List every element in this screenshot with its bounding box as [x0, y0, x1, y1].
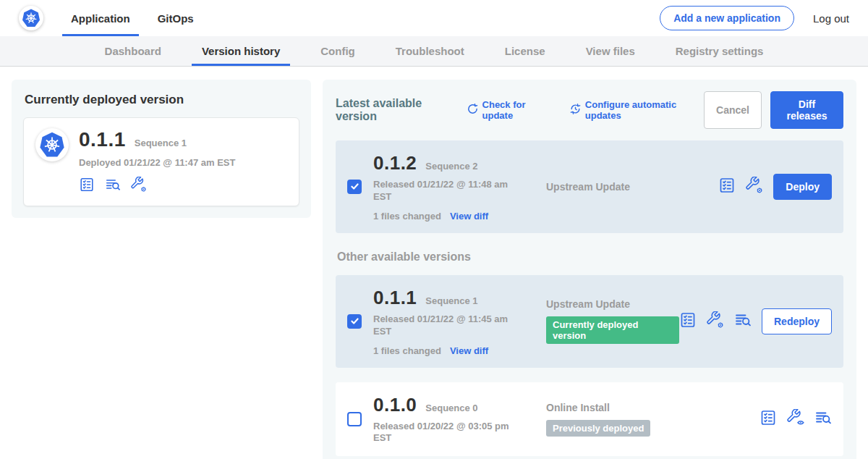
version-source: Upstream Update	[546, 298, 679, 310]
subnav-license[interactable]: License	[505, 36, 545, 66]
version-sequence: Sequence 0	[425, 403, 477, 413]
version-checkbox[interactable]	[347, 412, 362, 426]
refresh-icon	[467, 103, 479, 117]
currently-deployed-title: Currently deployed version	[25, 93, 299, 107]
preflight-checklist-icon[interactable]	[79, 177, 95, 195]
files-changed-label: 1 files changed	[373, 345, 441, 356]
version-row-0-1-2: 0.1.2 Sequence 2 Released 01/21/22 @ 11:…	[336, 140, 843, 233]
version-row-0-1-1: 0.1.1 Sequence 1 Released 01/21/22 @ 11:…	[336, 275, 843, 368]
top-nav: Application GitOps Add a new application…	[0, 0, 868, 36]
preflight-checklist-icon[interactable]	[760, 409, 777, 429]
app-sub-nav: Dashboard Version history Config Trouble…	[0, 36, 868, 67]
deploy-logs-icon[interactable]	[105, 177, 121, 195]
tab-gitops[interactable]: GitOps	[158, 0, 194, 36]
version-history-panel: Latest available version Check for updat…	[323, 80, 856, 459]
released-timestamp: Released 01/20/22 @ 03:05 pm EST	[373, 421, 522, 445]
version-source: Upstream Update	[546, 181, 718, 193]
version-number: 0.1.2	[373, 152, 417, 174]
version-number: 0.1.0	[373, 394, 417, 416]
diff-releases-button[interactable]: Diff releases	[770, 91, 843, 129]
kubernetes-logo	[19, 6, 43, 30]
version-row-0-1-0: 0.1.0 Sequence 0 Released 01/20/22 @ 03:…	[336, 382, 843, 457]
version-checkbox[interactable]	[347, 180, 362, 194]
currently-deployed-card: Currently deployed version	[12, 80, 311, 218]
app-icon-kubernetes	[35, 128, 69, 161]
subnav-registry-settings[interactable]: Registry settings	[676, 36, 764, 66]
view-diff-link[interactable]: View diff	[450, 211, 488, 222]
check-for-update-link[interactable]: Check for update	[467, 99, 552, 121]
version-sequence: Sequence 2	[425, 161, 477, 172]
currently-deployed-badge: Currently deployed version	[546, 316, 679, 344]
schedule-update-icon	[569, 103, 582, 117]
subnav-config[interactable]: Config	[320, 36, 354, 66]
view-diff-link[interactable]: View diff	[450, 345, 488, 356]
preflight-checklist-icon[interactable]	[718, 177, 736, 197]
released-timestamp: Released 01/21/22 @ 11:48 am EST	[373, 179, 522, 203]
subnav-view-files[interactable]: View files	[586, 36, 635, 66]
deploy-logs-icon[interactable]	[734, 311, 752, 332]
configure-automatic-updates-link[interactable]: Configure automatic updates	[569, 99, 704, 121]
version-checkbox[interactable]	[347, 314, 362, 329]
version-number: 0.1.1	[373, 287, 417, 309]
preflight-checklist-icon[interactable]	[679, 311, 697, 332]
deployed-version-number: 0.1.1	[79, 128, 126, 151]
subnav-troubleshoot[interactable]: Troubleshoot	[396, 36, 464, 66]
deployed-sequence: Sequence 1	[135, 138, 187, 148]
config-gear-icon[interactable]	[746, 177, 763, 197]
latest-available-title: Latest available version	[336, 97, 456, 123]
version-source: Online Install	[546, 402, 760, 413]
config-gear-icon[interactable]	[131, 177, 147, 195]
config-gear-icon[interactable]	[707, 311, 724, 332]
other-available-versions-title: Other available versions	[337, 250, 842, 264]
cancel-button[interactable]: Cancel	[704, 91, 762, 129]
deployed-timestamp: Deployed 01/21/22 @ 11:47 am EST	[79, 157, 235, 168]
subnav-version-history[interactable]: Version history	[202, 36, 280, 66]
previously-deployed-badge: Previously deployed	[546, 420, 650, 437]
add-new-application-button[interactable]: Add a new application	[660, 6, 794, 30]
deployed-version-box: 0.1.1 Sequence 1 Deployed 01/21/22 @ 11:…	[23, 117, 299, 206]
logout-button[interactable]: Log out	[813, 12, 849, 25]
deploy-button[interactable]: Deploy	[773, 174, 832, 200]
redeploy-button[interactable]: Redeploy	[762, 308, 832, 334]
version-sequence: Sequence 1	[425, 295, 477, 306]
deploy-logs-icon[interactable]	[814, 409, 832, 429]
subnav-dashboard[interactable]: Dashboard	[105, 36, 161, 66]
files-changed-label: 1 files changed	[373, 211, 441, 222]
tab-application[interactable]: Application	[71, 0, 130, 36]
config-view-icon[interactable]	[787, 409, 804, 429]
released-timestamp: Released 01/21/22 @ 11:45 am EST	[373, 313, 522, 338]
